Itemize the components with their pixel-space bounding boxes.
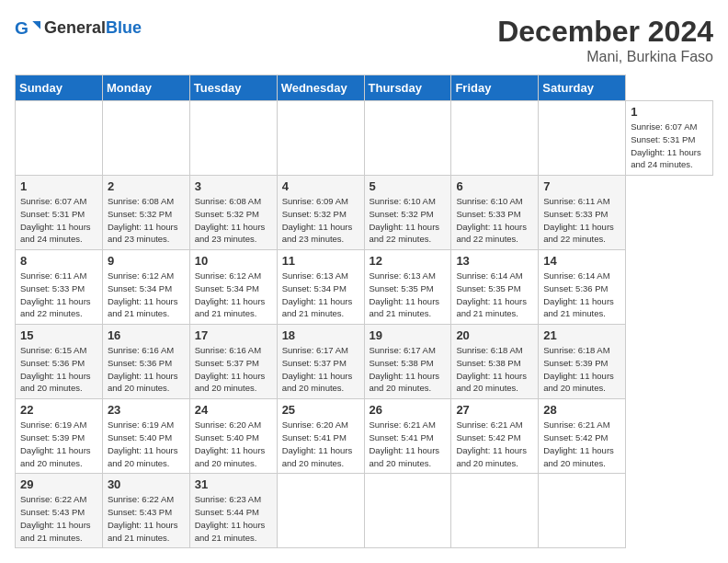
svg-marker-1 bbox=[32, 21, 40, 29]
day-number: 3 bbox=[195, 179, 272, 193]
day-info: Sunrise: 6:21 AMSunset: 5:42 PMDaylight:… bbox=[543, 419, 614, 467]
day-number: 16 bbox=[108, 328, 185, 342]
logo-blue: Blue bbox=[106, 18, 142, 37]
calendar-cell: 26 Sunrise: 6:21 AMSunset: 5:41 PMDaylig… bbox=[364, 399, 451, 474]
calendar-table: SundayMondayTuesdayWednesdayThursdayFrid… bbox=[15, 75, 713, 548]
calendar-cell: 7 Sunrise: 6:11 AMSunset: 5:33 PMDayligh… bbox=[539, 176, 626, 250]
calendar-cell: 19 Sunrise: 6:17 AMSunset: 5:38 PMDaylig… bbox=[364, 325, 451, 399]
day-info: Sunrise: 6:14 AMSunset: 5:35 PMDaylight:… bbox=[456, 270, 527, 318]
day-info: Sunrise: 6:07 AMSunset: 5:31 PMDaylight:… bbox=[631, 121, 701, 169]
title-block: December 2024 Mani, Burkina Faso bbox=[497, 15, 713, 65]
col-header-sunday: Sunday bbox=[16, 75, 103, 101]
day-number: 6 bbox=[456, 179, 533, 193]
calendar-cell: 17 Sunrise: 6:16 AMSunset: 5:37 PMDaylig… bbox=[189, 325, 277, 399]
day-info: Sunrise: 6:16 AMSunset: 5:36 PMDaylight:… bbox=[108, 345, 178, 393]
day-info: Sunrise: 6:11 AMSunset: 5:33 PMDaylight:… bbox=[20, 270, 91, 318]
day-number: 9 bbox=[108, 254, 185, 268]
day-info: Sunrise: 6:18 AMSunset: 5:39 PMDaylight:… bbox=[543, 345, 614, 393]
day-info: Sunrise: 6:19 AMSunset: 5:40 PMDaylight:… bbox=[108, 419, 178, 467]
day-number: 27 bbox=[456, 403, 533, 417]
day-info: Sunrise: 6:13 AMSunset: 5:34 PMDaylight:… bbox=[282, 270, 353, 318]
calendar-cell: 30 Sunrise: 6:22 AMSunset: 5:43 PMDaylig… bbox=[102, 474, 189, 548]
calendar-week-4: 15 Sunrise: 6:15 AMSunset: 5:36 PMDaylig… bbox=[16, 325, 713, 399]
day-info: Sunrise: 6:14 AMSunset: 5:36 PMDaylight:… bbox=[543, 270, 614, 318]
calendar-cell: 31 Sunrise: 6:23 AMSunset: 5:44 PMDaylig… bbox=[189, 474, 277, 548]
day-number: 1 bbox=[20, 179, 97, 193]
month-title: December 2024 bbox=[497, 15, 713, 49]
calendar-cell: 12 Sunrise: 6:13 AMSunset: 5:35 PMDaylig… bbox=[364, 250, 451, 325]
calendar-cell bbox=[102, 101, 189, 176]
calendar-cell: 9 Sunrise: 6:12 AMSunset: 5:34 PMDayligh… bbox=[102, 250, 189, 325]
day-number: 4 bbox=[282, 179, 359, 193]
day-number: 14 bbox=[543, 254, 620, 268]
page-header: G GeneralBlue December 2024 Mani, Burkin… bbox=[15, 15, 713, 65]
day-number: 19 bbox=[370, 328, 447, 342]
day-number: 25 bbox=[282, 403, 359, 417]
day-info: Sunrise: 6:18 AMSunset: 5:38 PMDaylight:… bbox=[456, 345, 527, 393]
calendar-cell: 20 Sunrise: 6:18 AMSunset: 5:38 PMDaylig… bbox=[451, 325, 539, 399]
day-number: 12 bbox=[370, 254, 447, 268]
calendar-cell: 28 Sunrise: 6:21 AMSunset: 5:42 PMDaylig… bbox=[539, 399, 626, 474]
day-info: Sunrise: 6:17 AMSunset: 5:37 PMDaylight:… bbox=[282, 345, 353, 393]
calendar-cell: 24 Sunrise: 6:20 AMSunset: 5:40 PMDaylig… bbox=[189, 399, 277, 474]
col-header-monday: Monday bbox=[102, 75, 189, 101]
day-number: 23 bbox=[108, 403, 185, 417]
day-number: 20 bbox=[456, 328, 533, 342]
calendar-cell: 2 Sunrise: 6:08 AMSunset: 5:32 PMDayligh… bbox=[102, 176, 189, 250]
day-info: Sunrise: 6:20 AMSunset: 5:41 PMDaylight:… bbox=[282, 419, 353, 467]
calendar-cell: 11 Sunrise: 6:13 AMSunset: 5:34 PMDaylig… bbox=[277, 250, 364, 325]
day-info: Sunrise: 6:17 AMSunset: 5:38 PMDaylight:… bbox=[370, 345, 440, 393]
calendar-cell: 21 Sunrise: 6:18 AMSunset: 5:39 PMDaylig… bbox=[539, 325, 626, 399]
calendar-cell: 16 Sunrise: 6:16 AMSunset: 5:36 PMDaylig… bbox=[102, 325, 189, 399]
day-info: Sunrise: 6:10 AMSunset: 5:32 PMDaylight:… bbox=[370, 196, 440, 244]
day-number: 29 bbox=[20, 477, 97, 491]
day-info: Sunrise: 6:20 AMSunset: 5:40 PMDaylight:… bbox=[195, 419, 266, 467]
calendar-cell bbox=[277, 101, 364, 176]
calendar-cell: 5 Sunrise: 6:10 AMSunset: 5:32 PMDayligh… bbox=[364, 176, 451, 250]
day-number: 18 bbox=[282, 328, 359, 342]
col-header-wednesday: Wednesday bbox=[277, 75, 364, 101]
calendar-cell: 14 Sunrise: 6:14 AMSunset: 5:36 PMDaylig… bbox=[539, 250, 626, 325]
day-info: Sunrise: 6:10 AMSunset: 5:33 PMDaylight:… bbox=[456, 196, 527, 244]
col-header-saturday: Saturday bbox=[539, 75, 626, 101]
day-number: 17 bbox=[195, 328, 272, 342]
day-info: Sunrise: 6:22 AMSunset: 5:43 PMDaylight:… bbox=[108, 494, 178, 542]
calendar-cell bbox=[189, 101, 277, 176]
col-header-thursday: Thursday bbox=[364, 75, 451, 101]
day-info: Sunrise: 6:07 AMSunset: 5:31 PMDaylight:… bbox=[20, 196, 91, 244]
calendar-cell bbox=[451, 474, 539, 548]
day-number: 21 bbox=[543, 328, 620, 342]
day-number: 7 bbox=[543, 179, 620, 193]
calendar-cell: 4 Sunrise: 6:09 AMSunset: 5:32 PMDayligh… bbox=[277, 176, 364, 250]
calendar-cell bbox=[364, 101, 451, 176]
calendar-cell bbox=[364, 474, 451, 548]
calendar-cell: 18 Sunrise: 6:17 AMSunset: 5:37 PMDaylig… bbox=[277, 325, 364, 399]
day-number: 31 bbox=[195, 477, 272, 491]
header-row: SundayMondayTuesdayWednesdayThursdayFrid… bbox=[16, 75, 713, 101]
day-info: Sunrise: 6:19 AMSunset: 5:39 PMDaylight:… bbox=[20, 419, 91, 467]
day-info: Sunrise: 6:16 AMSunset: 5:37 PMDaylight:… bbox=[195, 345, 266, 393]
calendar-week-6: 29 Sunrise: 6:22 AMSunset: 5:43 PMDaylig… bbox=[16, 474, 713, 548]
calendar-cell: 1 Sunrise: 6:07 AMSunset: 5:31 PMDayligh… bbox=[16, 176, 103, 250]
day-number: 8 bbox=[20, 254, 97, 268]
day-info: Sunrise: 6:15 AMSunset: 5:36 PMDaylight:… bbox=[20, 345, 91, 393]
calendar-week-5: 22 Sunrise: 6:19 AMSunset: 5:39 PMDaylig… bbox=[16, 399, 713, 474]
day-number: 13 bbox=[456, 254, 533, 268]
calendar-week-1: 1 Sunrise: 6:07 AMSunset: 5:31 PMDayligh… bbox=[16, 101, 713, 176]
day-number: 10 bbox=[195, 254, 272, 268]
calendar-week-3: 8 Sunrise: 6:11 AMSunset: 5:33 PMDayligh… bbox=[16, 250, 713, 325]
day-number: 24 bbox=[195, 403, 272, 417]
calendar-cell: 1 Sunrise: 6:07 AMSunset: 5:31 PMDayligh… bbox=[626, 101, 713, 176]
calendar-cell: 13 Sunrise: 6:14 AMSunset: 5:35 PMDaylig… bbox=[451, 250, 539, 325]
calendar-cell: 15 Sunrise: 6:15 AMSunset: 5:36 PMDaylig… bbox=[16, 325, 103, 399]
day-info: Sunrise: 6:08 AMSunset: 5:32 PMDaylight:… bbox=[108, 196, 178, 244]
calendar-cell: 10 Sunrise: 6:12 AMSunset: 5:34 PMDaylig… bbox=[189, 250, 277, 325]
day-info: Sunrise: 6:13 AMSunset: 5:35 PMDaylight:… bbox=[370, 270, 440, 318]
day-info: Sunrise: 6:22 AMSunset: 5:43 PMDaylight:… bbox=[20, 494, 91, 542]
day-number: 28 bbox=[543, 403, 620, 417]
calendar-cell: 6 Sunrise: 6:10 AMSunset: 5:33 PMDayligh… bbox=[451, 176, 539, 250]
calendar-cell bbox=[277, 474, 364, 548]
day-info: Sunrise: 6:12 AMSunset: 5:34 PMDaylight:… bbox=[108, 270, 178, 318]
day-number: 5 bbox=[370, 179, 447, 193]
logo-icon: G bbox=[15, 15, 40, 40]
